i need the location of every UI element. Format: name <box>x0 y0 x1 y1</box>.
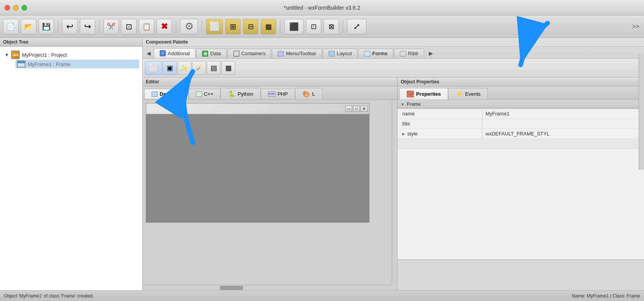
tab-lua[interactable]: 🎨 L <box>295 88 322 100</box>
toolbar-separator-6 <box>343 20 343 33</box>
open-icon: 📂 <box>24 22 33 31</box>
canvas-minimize-btn[interactable]: — <box>345 106 352 112</box>
props-val-name[interactable]: MyFrame1 <box>482 109 644 118</box>
close-button[interactable] <box>5 5 10 10</box>
component-palette: Component Palette ◀ ≡ Additional ▦ Data … <box>143 38 644 78</box>
props-section-frame: ▼ Frame <box>398 100 644 109</box>
layout-icon <box>329 51 335 56</box>
new-button[interactable]: 📄 <box>3 19 19 34</box>
undo-icon: ↩ <box>66 22 73 32</box>
canvas-restore-btn[interactable]: □ <box>353 106 360 112</box>
tab-designer-label: Designer <box>160 91 181 97</box>
tab-data[interactable]: ▦ Data <box>196 49 226 58</box>
palette-icon-3: ✨ <box>180 64 188 72</box>
properties-tab-icon: 🧱 <box>406 90 414 98</box>
minimize-button[interactable] <box>13 5 19 10</box>
tab-cpp-label: C++ <box>204 91 214 97</box>
props-row-name[interactable]: name MyFrame1 <box>398 109 644 119</box>
props-description <box>398 259 644 290</box>
palette-item-6[interactable]: ▦ <box>221 61 235 75</box>
copy-icon: ⊡ <box>126 22 132 31</box>
editor-scrollbar-x[interactable] <box>143 285 392 290</box>
palette-nav-right[interactable]: ▶ <box>427 49 435 57</box>
layout-btn-4[interactable]: ▦ <box>261 19 276 34</box>
editor-header: Editor <box>143 78 397 86</box>
tab-properties-label: Properties <box>416 91 441 97</box>
status-left: Object 'MyFrame1' of class 'Frame' creat… <box>4 293 94 299</box>
toolbar-separator-1 <box>58 20 58 33</box>
layout-icon-2: ⊞ <box>230 22 236 31</box>
tab-php-label: PHP <box>278 91 288 97</box>
layout-btn-7[interactable]: ⊠ <box>324 19 339 34</box>
tab-menutoolbar[interactable]: Menu/Toolbar <box>272 49 322 58</box>
tab-php[interactable]: PHP PHP <box>261 89 295 99</box>
props-scrollbar[interactable] <box>639 78 644 170</box>
tab-layout[interactable]: Layout <box>323 49 357 58</box>
layout-btn-3[interactable]: ⊟ <box>243 19 258 34</box>
props-val-title[interactable] <box>482 119 644 129</box>
layout-btn-6[interactable]: ⊡ <box>306 19 321 34</box>
events-tab-icon: ⚡ <box>455 90 463 98</box>
maximize-button[interactable] <box>22 5 27 10</box>
tab-forms[interactable]: Forms <box>358 49 393 58</box>
frame-icon <box>17 61 25 68</box>
delete-button[interactable]: ✖ <box>157 19 172 34</box>
palette-item-1[interactable]: ⬜ <box>145 61 162 75</box>
canvas-close-btn[interactable]: ✕ <box>361 106 368 112</box>
editor-canvas: — □ ✕ <box>146 103 369 223</box>
props-row-title[interactable]: title <box>398 119 644 129</box>
expand-view-button[interactable]: ⤢ <box>347 19 366 34</box>
layout-btn-1[interactable]: ⬜ <box>206 19 223 34</box>
palette-item-2[interactable]: ▣ <box>163 61 177 75</box>
tab-properties[interactable]: 🧱 Properties <box>399 88 448 100</box>
undo-button[interactable]: ↩ <box>62 19 78 34</box>
props-row-style[interactable]: style wxDEFAULT_FRAME_STYL <box>398 129 644 139</box>
layout-btn-5[interactable]: ⬛ <box>284 19 303 34</box>
object-tree-header: Object Tree <box>0 38 142 47</box>
layout-btn-2[interactable]: ⊞ <box>225 19 241 34</box>
toolbar-separator-2 <box>99 20 99 33</box>
window-controls <box>5 5 27 10</box>
editor-scrollbar-y[interactable] <box>392 100 397 283</box>
tab-cpp[interactable]: C++ <box>189 89 221 99</box>
toolbar-separator-3 <box>176 20 176 33</box>
tab-designer[interactable]: Designer <box>144 89 189 99</box>
editor-canvas-area: — □ ✕ <box>143 100 397 290</box>
additional-icon: ≡ <box>160 50 166 56</box>
props-val-style[interactable]: wxDEFAULT_FRAME_STYL <box>482 129 644 139</box>
tab-containers[interactable]: Containers <box>228 49 271 58</box>
redo-button[interactable]: ↪ <box>80 19 95 34</box>
toolbar-overflow-button[interactable]: >> <box>631 22 641 32</box>
expand-view-icon: ⤢ <box>353 22 360 32</box>
palette-item-4[interactable]: 🪄 <box>192 61 206 75</box>
tab-events[interactable]: ⚡ Events <box>448 88 488 100</box>
frame-label: MyFrame1 : Frame <box>28 61 71 67</box>
palette-nav-left[interactable]: ◀ <box>144 49 153 57</box>
open-button[interactable]: 📂 <box>21 19 36 34</box>
section-collapse-icon[interactable]: ▼ <box>401 102 405 107</box>
tab-python[interactable]: 🐍 Python <box>221 88 260 100</box>
containers-icon <box>233 51 239 57</box>
paste-button[interactable]: 📋 <box>139 19 154 34</box>
delete-icon: ✖ <box>161 22 168 32</box>
palette-icon-1: ⬜ <box>149 63 158 73</box>
settings-icon: ⚙ <box>185 20 194 32</box>
tree-item-project[interactable]: ▼ wxFB MyProject1 : Project <box>3 50 139 60</box>
project-icon: wxFB <box>11 51 20 59</box>
palette-item-5[interactable]: ▤ <box>207 61 221 75</box>
save-button[interactable]: 💾 <box>39 19 54 34</box>
copy-button[interactable]: ⊡ <box>121 19 137 34</box>
tab-ribbon[interactable]: Ribb <box>394 49 424 58</box>
cut-button[interactable]: ✂️ <box>103 19 119 34</box>
toolbar-separator-5 <box>280 20 280 33</box>
palette-tabs: ◀ ≡ Additional ▦ Data Containers <box>143 47 644 59</box>
props-key-name: name <box>398 109 482 118</box>
cpp-tab-icon <box>196 91 202 97</box>
canvas-body <box>146 114 369 222</box>
tree-item-frame[interactable]: MyFrame1 : Frame <box>15 60 139 68</box>
tab-additional[interactable]: ≡ Additional <box>154 48 196 58</box>
designer-tab-icon <box>152 91 158 97</box>
palette-item-3[interactable]: ✨ <box>177 61 191 75</box>
tab-ribbon-label: Ribb <box>408 51 418 56</box>
settings-button[interactable]: ⚙ <box>180 19 198 34</box>
